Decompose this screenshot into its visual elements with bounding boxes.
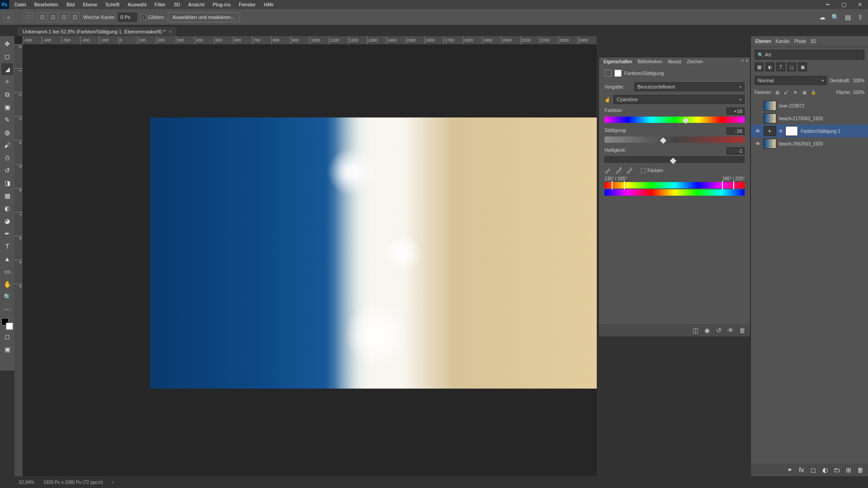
tab-paths[interactable]: Pfade bbox=[794, 39, 806, 44]
layer-row[interactable]: 👁beach-2562563_1920 bbox=[751, 137, 868, 150]
layer-mask-icon[interactable]: ◻ bbox=[809, 466, 817, 474]
cloud-docs-icon[interactable]: ☁ bbox=[818, 13, 826, 21]
opacity-value[interactable]: 100% bbox=[853, 78, 864, 83]
visibility-toggle-icon[interactable] bbox=[755, 103, 761, 109]
search-icon[interactable]: 🔍 bbox=[831, 13, 839, 21]
delete-adjustment-icon[interactable]: 🗑 bbox=[738, 326, 746, 334]
type-tool[interactable]: T bbox=[1, 240, 13, 252]
spectrum-bottom[interactable] bbox=[604, 189, 745, 196]
hue-track[interactable] bbox=[604, 117, 745, 123]
eyedropper-add-icon[interactable] bbox=[615, 167, 622, 174]
tab-paragraph[interactable]: Absatz bbox=[668, 59, 682, 64]
filter-adjust-icon[interactable]: ◐ bbox=[765, 62, 774, 71]
healing-brush-tool[interactable]: ◍ bbox=[1, 127, 13, 138]
zoom-display[interactable]: 52,84% bbox=[19, 480, 34, 485]
clip-to-layer-icon[interactable]: ◫ bbox=[691, 326, 699, 334]
filter-type-icon[interactable]: T bbox=[776, 62, 785, 71]
clone-stamp-tool[interactable]: ⎙ bbox=[1, 152, 13, 164]
dodge-tool[interactable]: ◕ bbox=[1, 215, 13, 227]
tab-character[interactable]: Zeichen bbox=[687, 59, 703, 64]
lightness-track[interactable] bbox=[604, 156, 745, 163]
blur-tool[interactable]: ◐ bbox=[1, 202, 13, 214]
delete-layer-icon[interactable]: 🗑 bbox=[856, 466, 864, 474]
eraser-tool[interactable]: ◨ bbox=[1, 177, 13, 189]
saturation-track[interactable] bbox=[604, 136, 745, 143]
group-icon[interactable]: 🗀 bbox=[833, 466, 841, 474]
zoom-tool[interactable]: 🔍 bbox=[1, 291, 13, 303]
filter-smart-icon[interactable]: ▣ bbox=[798, 62, 807, 71]
quick-mask-icon[interactable]: ◻ bbox=[1, 331, 13, 343]
fill-value[interactable]: 100% bbox=[853, 90, 864, 95]
crop-tool[interactable]: ⧉ bbox=[1, 89, 13, 100]
gradient-tool[interactable]: ▦ bbox=[1, 190, 13, 202]
menu-hilfe[interactable]: Hilfe bbox=[263, 1, 274, 8]
menu-filter[interactable]: Filter bbox=[154, 1, 166, 8]
antialias-checkbox[interactable]: ✓ Glätten bbox=[141, 14, 164, 20]
lock-artboard-icon[interactable]: ▣ bbox=[801, 89, 808, 96]
menu-ebene[interactable]: Ebene bbox=[82, 1, 98, 8]
eyedropper-tool[interactable]: ✎ bbox=[1, 114, 13, 126]
tab-channels[interactable]: Kanäle bbox=[775, 39, 789, 44]
link-layers-icon[interactable]: ⚭ bbox=[786, 466, 794, 474]
selection-add-icon[interactable]: ◻ bbox=[48, 12, 58, 22]
close-panel-icon[interactable]: × bbox=[745, 58, 748, 63]
color-swatches[interactable] bbox=[1, 318, 13, 330]
menu-bild[interactable]: Bild bbox=[66, 1, 75, 8]
minimize-button[interactable]: ━ bbox=[819, 0, 835, 9]
tool-preset-icon[interactable]: ⬚ bbox=[24, 12, 33, 22]
lock-all-icon[interactable]: 🔒 bbox=[810, 89, 817, 96]
collapse-panel-icon[interactable]: « bbox=[741, 58, 744, 63]
layer-row[interactable]: beach-2179361_1920 bbox=[751, 112, 868, 125]
tab-libraries[interactable]: Bibliotheken bbox=[637, 59, 662, 64]
share-icon[interactable]: ⇧ bbox=[856, 13, 864, 21]
menu-3d[interactable]: 3D bbox=[173, 1, 181, 8]
feather-input[interactable] bbox=[118, 13, 137, 22]
lightness-value[interactable]: -1 bbox=[726, 147, 745, 155]
document-tab[interactable]: Unbenannt-1 bei 52,8% (Farbton/Sättigung… bbox=[18, 27, 176, 36]
blend-mode-select[interactable]: Normal bbox=[755, 76, 827, 85]
close-button[interactable]: ✕ bbox=[852, 0, 868, 9]
tab-3d[interactable]: 3D bbox=[811, 39, 816, 44]
spectrum-top[interactable] bbox=[604, 182, 745, 188]
menu-bearbeiten[interactable]: Bearbeiten bbox=[33, 1, 59, 8]
selection-subtract-icon[interactable]: ◻ bbox=[59, 12, 69, 22]
close-tab-icon[interactable]: × bbox=[169, 29, 172, 34]
preset-select[interactable]: Benutzerdefiniert bbox=[634, 82, 745, 91]
new-layer-icon[interactable]: ⊞ bbox=[844, 466, 853, 474]
marquee-tool[interactable]: ◻ bbox=[1, 51, 13, 62]
frame-tool[interactable]: ▣ bbox=[1, 101, 13, 113]
hand-scrubber-icon[interactable]: ☝ bbox=[604, 97, 611, 103]
screen-mode-icon[interactable]: ▣ bbox=[1, 343, 13, 355]
menu-schrift[interactable]: Schrift bbox=[104, 1, 120, 8]
lock-pixels-icon[interactable]: 🖌 bbox=[783, 89, 790, 96]
selection-new-icon[interactable]: ◻ bbox=[37, 12, 47, 22]
maximize-button[interactable]: ▢ bbox=[835, 0, 852, 9]
menu-ansicht[interactable]: Ansicht bbox=[187, 1, 205, 8]
menu-datei[interactable]: Datei bbox=[14, 1, 27, 8]
lasso-tool[interactable]: ◢ bbox=[1, 63, 13, 75]
colorize-checkbox[interactable]: Färben bbox=[641, 168, 663, 173]
toggle-visibility-icon[interactable]: 👁 bbox=[726, 326, 735, 334]
brush-tool[interactable]: 🖌 bbox=[1, 139, 13, 151]
filter-shape-icon[interactable]: ◻ bbox=[787, 62, 796, 71]
layer-style-icon[interactable]: fx bbox=[797, 466, 806, 474]
lock-transparent-icon[interactable]: ▦ bbox=[774, 89, 781, 96]
eyedropper-icon[interactable] bbox=[604, 167, 611, 174]
tab-layers[interactable]: Ebenen bbox=[755, 39, 771, 44]
pen-tool[interactable]: ✒ bbox=[1, 228, 13, 239]
layer-row[interactable]: river-219972 bbox=[751, 99, 868, 112]
hue-value[interactable]: +18 bbox=[726, 108, 745, 115]
workspace-icon[interactable]: ▤ bbox=[844, 13, 852, 21]
selection-intersect-icon[interactable]: ◻ bbox=[70, 12, 80, 22]
menu-auswahl[interactable]: Auswahl bbox=[127, 1, 147, 8]
rectangle-tool[interactable]: ▭ bbox=[1, 266, 13, 277]
reset-icon[interactable]: ↺ bbox=[715, 326, 723, 334]
channel-select[interactable]: Cyantöne bbox=[613, 95, 745, 104]
magic-wand-tool[interactable]: ✧ bbox=[1, 76, 13, 88]
menu-fenster[interactable]: Fenster bbox=[238, 1, 256, 8]
visibility-toggle-icon[interactable]: 👁 bbox=[755, 141, 761, 147]
history-brush-tool[interactable]: ↺ bbox=[1, 164, 13, 176]
view-previous-icon[interactable]: ◉ bbox=[703, 326, 711, 334]
hand-tool[interactable]: ✋ bbox=[1, 278, 13, 290]
filter-pixel-icon[interactable]: ▦ bbox=[755, 62, 764, 71]
